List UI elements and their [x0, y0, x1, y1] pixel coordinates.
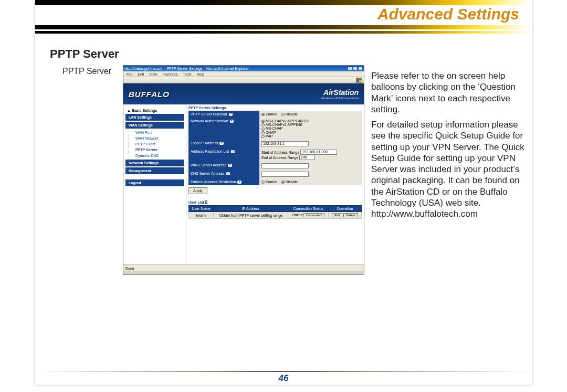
menu-item[interactable]: File	[127, 72, 132, 76]
row-label-auth: Network Authentication?	[188, 118, 259, 140]
window-title: http://brianv.gofdns.com - PPTP Server S…	[124, 67, 249, 70]
paragraph: For detailed setup information please se…	[371, 119, 527, 219]
status-text: Done	[125, 267, 134, 270]
router-sidebar: ▲ Basic Settings LAN Settings WAN Settin…	[123, 104, 186, 264]
minimize-button[interactable]	[348, 67, 352, 71]
body-text: Please refer to the on screen help ballo…	[371, 70, 527, 224]
help-icon[interactable]: ?	[229, 113, 233, 116]
sidebar-heading[interactable]: ▲ Basic Settings	[127, 109, 184, 112]
menu-item[interactable]: Tools	[183, 72, 191, 76]
sidebar-sub-dynamic-dns[interactable]: Dynamic DNS	[129, 153, 184, 158]
edit-button[interactable]: Edit	[332, 213, 342, 217]
col-status: Connection Status	[288, 206, 329, 212]
col-operation: Operation	[328, 206, 361, 212]
manual-page: Advanced Settings PPTP Server PPTP Serve…	[35, 0, 532, 385]
cell-operation: Edit Delete	[328, 212, 361, 219]
help-icon[interactable]: ?	[237, 181, 242, 184]
maximize-button[interactable]	[353, 67, 358, 71]
menu-item[interactable]: Help	[197, 72, 204, 76]
row-label-wins: WINS Server Address?	[188, 162, 259, 170]
row-value-enforce: Enable Disable	[259, 178, 362, 185]
sidebar-item-lan[interactable]: LAN Settings	[125, 114, 184, 121]
row-value-auth: MS-CHAPv2-MPPE40/128 MS-CHAPv2-MPPE40 MS…	[259, 118, 362, 140]
help-icon[interactable]: ?	[205, 200, 207, 204]
product-name: AirStation Wireless LAN Access Point	[321, 88, 359, 100]
product-subtitle: Wireless LAN Access Point	[321, 97, 359, 100]
decorative-stripe	[35, 25, 532, 29]
row-label-enforce: Enforce Address Restriction?	[188, 178, 259, 185]
menu-bar: File Edit View Favorites Tools Help	[123, 71, 364, 77]
window-buttons	[348, 67, 363, 71]
browser-statusbar: Done	[123, 264, 364, 271]
windows-flag-icon	[356, 78, 362, 83]
product-title: AirStation	[321, 88, 359, 97]
menu-item[interactable]: Edit	[138, 72, 144, 76]
menu-item[interactable]: Favorites	[162, 72, 177, 76]
disconnect-button[interactable]: Disconnect	[303, 213, 324, 217]
screenshot-caption: PPTP Server	[62, 67, 111, 76]
radio-auth-4[interactable]	[261, 131, 265, 134]
embedded-screenshot: http://brianv.gofdns.com - PPTP Server S…	[123, 65, 364, 275]
sidebar-sub-wan-network[interactable]: WAN Network	[129, 135, 184, 141]
radio-auth-3[interactable]	[261, 128, 265, 131]
router-content: ▲ Basic Settings LAN Settings WAN Settin…	[123, 104, 364, 264]
router-main: PPTP Server Settings PPTP Server Functio…	[186, 104, 364, 264]
decorative-stripe	[35, 0, 532, 5]
input-dns[interactable]	[261, 172, 309, 177]
radio-disable[interactable]	[281, 113, 285, 116]
paragraph: Please refer to the on screen help ballo…	[371, 70, 527, 115]
row-value-function: Enable Disable	[259, 111, 362, 118]
input-wins[interactable]	[261, 163, 309, 168]
close-button[interactable]	[358, 67, 363, 71]
radio-enforce-enable[interactable]	[261, 181, 265, 184]
browser-toolbar	[123, 77, 364, 83]
help-icon[interactable]: ?	[219, 142, 224, 145]
user-list-table: User Name IP Address Connection Status O…	[188, 205, 362, 219]
router-header: BUFFALO AirStation Wireless LAN Access P…	[123, 83, 364, 104]
sidebar-item-network[interactable]: Network Settings	[125, 160, 184, 166]
apply-button[interactable]: Apply	[188, 187, 207, 194]
cell-status: Online Disconnect	[288, 212, 329, 219]
cell-ip: Obtain from PPTP server setting range	[214, 212, 288, 219]
row-value-restrict: Start of Address Range End of Address Ra…	[259, 148, 362, 162]
page-number: 46	[35, 373, 532, 384]
col-ip: IP Address	[214, 206, 288, 212]
help-icon[interactable]: ?	[231, 150, 235, 153]
sidebar-sub-pptp-client[interactable]: PPTP Client	[129, 141, 184, 147]
row-label-restrict: Address Restriction List?	[188, 148, 259, 162]
row-label-localip: Local IP Address?	[188, 140, 259, 148]
help-icon[interactable]: ?	[226, 172, 230, 175]
radio-enable[interactable]	[261, 113, 265, 116]
row-label-dns: DNS Server Address?	[188, 170, 259, 178]
input-local-ip[interactable]	[261, 141, 309, 146]
input-start-range[interactable]	[300, 150, 337, 155]
sidebar-sub-pptp-server[interactable]: PPTP Server	[129, 147, 184, 153]
table-row: brianv Obtain from PPTP server setting r…	[189, 212, 362, 219]
cell-username: brianv	[189, 212, 214, 219]
userlist-title: User List ?	[188, 200, 362, 204]
radio-enforce-disable[interactable]	[281, 181, 285, 184]
decorative-rule	[35, 371, 532, 372]
sidebar-item-wan[interactable]: WAN Settings	[125, 122, 184, 129]
sidebar-sub-wan-port[interactable]: WAN Port	[129, 130, 184, 135]
help-icon[interactable]: ?	[230, 120, 234, 123]
help-icon[interactable]: ?	[228, 164, 232, 167]
brand-logo: BUFFALO	[129, 90, 170, 99]
menu-item[interactable]: View	[149, 72, 157, 76]
settings-table: PPTP Server Function? Enable Disable Net…	[188, 111, 362, 185]
row-label-function: PPTP Server Function?	[188, 111, 259, 118]
input-end-range[interactable]	[299, 155, 315, 160]
radio-auth-5[interactable]	[261, 135, 265, 138]
chapter-title: Advanced Settings	[377, 5, 519, 23]
sidebar-item-management[interactable]: Management	[125, 167, 184, 174]
sidebar-item-logout[interactable]: Logout	[125, 179, 184, 186]
decorative-stripe	[35, 31, 532, 34]
col-username: User Name	[189, 206, 214, 212]
window-titlebar: http://brianv.gofdns.com - PPTP Server S…	[123, 66, 364, 71]
panel-title: PPTP Server Settings	[188, 106, 362, 110]
delete-button[interactable]: Delete	[343, 213, 358, 217]
section-heading: PPTP Server	[50, 47, 119, 61]
